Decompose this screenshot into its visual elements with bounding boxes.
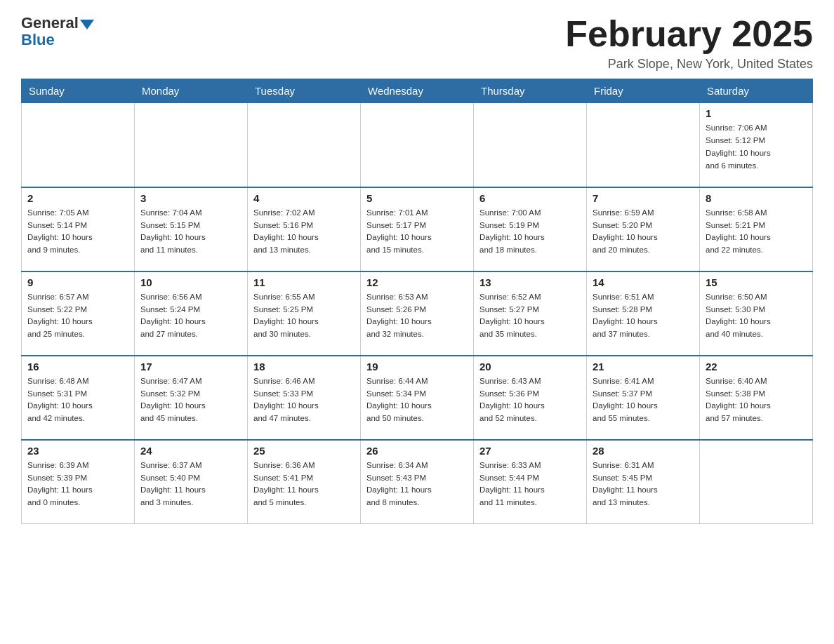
day-number: 2: [27, 192, 128, 204]
day-info: Sunrise: 6:53 AMSunset: 5:26 PMDaylight:…: [366, 291, 468, 341]
day-number: 19: [366, 361, 468, 373]
day-number: 10: [140, 276, 241, 288]
calendar-cell: 12Sunrise: 6:53 AMSunset: 5:26 PMDayligh…: [361, 271, 474, 356]
calendar-cell: 8Sunrise: 6:58 AMSunset: 5:21 PMDaylight…: [700, 187, 813, 271]
calendar-cell: 23Sunrise: 6:39 AMSunset: 5:39 PMDayligh…: [22, 440, 135, 524]
calendar-cell: 2Sunrise: 7:05 AMSunset: 5:14 PMDaylight…: [22, 187, 135, 271]
calendar-cell: [248, 103, 361, 187]
weekday-header-thursday: Thursday: [474, 79, 587, 103]
day-number: 25: [253, 445, 355, 457]
day-number: 21: [593, 361, 694, 373]
calendar-cell: 18Sunrise: 6:46 AMSunset: 5:33 PMDayligh…: [248, 356, 361, 440]
calendar-cell: [700, 440, 813, 524]
calendar-cell: 22Sunrise: 6:40 AMSunset: 5:38 PMDayligh…: [700, 356, 813, 440]
day-info: Sunrise: 6:37 AMSunset: 5:40 PMDaylight:…: [140, 459, 241, 509]
day-number: 6: [479, 192, 581, 204]
weekday-header-wednesday: Wednesday: [361, 79, 474, 103]
calendar-cell: [22, 103, 135, 187]
calendar-cell: 13Sunrise: 6:52 AMSunset: 5:27 PMDayligh…: [474, 271, 587, 356]
calendar-cell: [361, 103, 474, 187]
day-info: Sunrise: 6:47 AMSunset: 5:32 PMDaylight:…: [140, 375, 241, 425]
day-info: Sunrise: 6:58 AMSunset: 5:21 PMDaylight:…: [706, 207, 807, 257]
calendar-cell: 25Sunrise: 6:36 AMSunset: 5:41 PMDayligh…: [248, 440, 361, 524]
day-info: Sunrise: 6:43 AMSunset: 5:36 PMDaylight:…: [479, 375, 581, 425]
calendar-cell: 9Sunrise: 6:57 AMSunset: 5:22 PMDaylight…: [22, 271, 135, 356]
day-info: Sunrise: 7:06 AMSunset: 5:12 PMDaylight:…: [706, 122, 807, 172]
day-number: 12: [366, 276, 468, 288]
calendar-cell: 21Sunrise: 6:41 AMSunset: 5:37 PMDayligh…: [587, 356, 700, 440]
day-info: Sunrise: 6:33 AMSunset: 5:44 PMDaylight:…: [479, 459, 581, 509]
day-number: 26: [366, 445, 468, 457]
day-info: Sunrise: 6:31 AMSunset: 5:45 PMDaylight:…: [593, 459, 694, 509]
weekday-header-row: SundayMondayTuesdayWednesdayThursdayFrid…: [22, 79, 813, 103]
calendar-cell: 10Sunrise: 6:56 AMSunset: 5:24 PMDayligh…: [135, 271, 248, 356]
calendar-cell: 20Sunrise: 6:43 AMSunset: 5:36 PMDayligh…: [474, 356, 587, 440]
day-number: 13: [479, 276, 581, 288]
calendar-week-row: 23Sunrise: 6:39 AMSunset: 5:39 PMDayligh…: [22, 440, 813, 524]
calendar-cell: 11Sunrise: 6:55 AMSunset: 5:25 PMDayligh…: [248, 271, 361, 356]
day-info: Sunrise: 6:44 AMSunset: 5:34 PMDaylight:…: [366, 375, 468, 425]
month-title: February 2025: [565, 14, 813, 54]
day-info: Sunrise: 7:01 AMSunset: 5:17 PMDaylight:…: [366, 207, 468, 257]
day-info: Sunrise: 7:04 AMSunset: 5:15 PMDaylight:…: [140, 207, 241, 257]
calendar-cell: 19Sunrise: 6:44 AMSunset: 5:34 PMDayligh…: [361, 356, 474, 440]
day-number: 28: [593, 445, 694, 457]
weekday-header-monday: Monday: [135, 79, 248, 103]
calendar-cell: 6Sunrise: 7:00 AMSunset: 5:19 PMDaylight…: [474, 187, 587, 271]
calendar-cell: 27Sunrise: 6:33 AMSunset: 5:44 PMDayligh…: [474, 440, 587, 524]
day-info: Sunrise: 6:57 AMSunset: 5:22 PMDaylight:…: [27, 291, 128, 341]
day-info: Sunrise: 6:36 AMSunset: 5:41 PMDaylight:…: [253, 459, 355, 509]
calendar-week-row: 1Sunrise: 7:06 AMSunset: 5:12 PMDaylight…: [22, 103, 813, 187]
day-info: Sunrise: 6:40 AMSunset: 5:38 PMDaylight:…: [706, 375, 807, 425]
calendar-table: SundayMondayTuesdayWednesdayThursdayFrid…: [21, 79, 813, 524]
logo-general: General: [21, 14, 94, 32]
calendar-cell: 1Sunrise: 7:06 AMSunset: 5:12 PMDaylight…: [700, 103, 813, 187]
calendar-cell: 28Sunrise: 6:31 AMSunset: 5:45 PMDayligh…: [587, 440, 700, 524]
day-number: 22: [706, 361, 807, 373]
day-info: Sunrise: 6:55 AMSunset: 5:25 PMDaylight:…: [253, 291, 355, 341]
day-number: 15: [706, 276, 807, 288]
day-number: 1: [706, 107, 807, 119]
calendar-cell: 24Sunrise: 6:37 AMSunset: 5:40 PMDayligh…: [135, 440, 248, 524]
location-subtitle: Park Slope, New York, United States: [565, 57, 813, 72]
day-number: 9: [27, 276, 128, 288]
logo-arrow-icon: [80, 20, 94, 29]
calendar-cell: 3Sunrise: 7:04 AMSunset: 5:15 PMDaylight…: [135, 187, 248, 271]
calendar-cell: 14Sunrise: 6:51 AMSunset: 5:28 PMDayligh…: [587, 271, 700, 356]
day-number: 4: [253, 192, 355, 204]
calendar-cell: 7Sunrise: 6:59 AMSunset: 5:20 PMDaylight…: [587, 187, 700, 271]
calendar-cell: 5Sunrise: 7:01 AMSunset: 5:17 PMDaylight…: [361, 187, 474, 271]
day-number: 7: [593, 192, 694, 204]
calendar-week-row: 9Sunrise: 6:57 AMSunset: 5:22 PMDaylight…: [22, 271, 813, 356]
day-info: Sunrise: 7:02 AMSunset: 5:16 PMDaylight:…: [253, 207, 355, 257]
calendar-cell: 16Sunrise: 6:48 AMSunset: 5:31 PMDayligh…: [22, 356, 135, 440]
calendar-cell: 15Sunrise: 6:50 AMSunset: 5:30 PMDayligh…: [700, 271, 813, 356]
logo-blue: Blue: [21, 31, 55, 49]
title-block: February 2025 Park Slope, New York, Unit…: [565, 14, 813, 72]
day-number: 27: [479, 445, 581, 457]
page-header: General Blue February 2025 Park Slope, N…: [21, 14, 813, 72]
calendar-cell: [587, 103, 700, 187]
logo: General Blue: [21, 14, 94, 49]
calendar-week-row: 2Sunrise: 7:05 AMSunset: 5:14 PMDaylight…: [22, 187, 813, 271]
weekday-header-friday: Friday: [587, 79, 700, 103]
day-info: Sunrise: 6:50 AMSunset: 5:30 PMDaylight:…: [706, 291, 807, 341]
day-number: 14: [593, 276, 694, 288]
day-info: Sunrise: 6:34 AMSunset: 5:43 PMDaylight:…: [366, 459, 468, 509]
day-number: 5: [366, 192, 468, 204]
calendar-cell: 4Sunrise: 7:02 AMSunset: 5:16 PMDaylight…: [248, 187, 361, 271]
day-info: Sunrise: 7:00 AMSunset: 5:19 PMDaylight:…: [479, 207, 581, 257]
day-number: 18: [253, 361, 355, 373]
day-info: Sunrise: 6:52 AMSunset: 5:27 PMDaylight:…: [479, 291, 581, 341]
day-number: 23: [27, 445, 128, 457]
weekday-header-saturday: Saturday: [700, 79, 813, 103]
day-info: Sunrise: 6:48 AMSunset: 5:31 PMDaylight:…: [27, 375, 128, 425]
calendar-week-row: 16Sunrise: 6:48 AMSunset: 5:31 PMDayligh…: [22, 356, 813, 440]
day-number: 20: [479, 361, 581, 373]
logo-general-text: General: [21, 14, 79, 32]
day-info: Sunrise: 6:46 AMSunset: 5:33 PMDaylight:…: [253, 375, 355, 425]
day-info: Sunrise: 7:05 AMSunset: 5:14 PMDaylight:…: [27, 207, 128, 257]
day-number: 3: [140, 192, 241, 204]
day-number: 8: [706, 192, 807, 204]
day-info: Sunrise: 6:56 AMSunset: 5:24 PMDaylight:…: [140, 291, 241, 341]
